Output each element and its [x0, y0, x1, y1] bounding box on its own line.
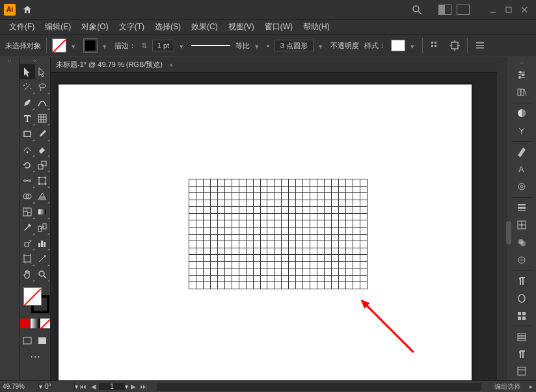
next-artboard-icon[interactable]: ▶ [128, 383, 139, 390]
shape-builder-tool[interactable] [20, 189, 35, 204]
pen-tool[interactable] [20, 95, 35, 111]
edit-toolbar-button[interactable]: ⋯ [20, 348, 50, 364]
rectangular-grid-tool[interactable] [35, 111, 51, 126]
character-panel-icon[interactable] [513, 290, 531, 306]
eraser-tool[interactable] [35, 142, 51, 157]
menu-select[interactable]: 选择(S) [150, 21, 186, 33]
paintbrush-tool[interactable] [35, 126, 51, 142]
align-icon[interactable] [428, 38, 442, 53]
properties-panel-icon[interactable] [513, 67, 531, 83]
magic-wand-tool[interactable] [20, 79, 35, 95]
libraries-panel-icon[interactable] [513, 85, 531, 101]
rotate-view-field[interactable]: 0° [42, 383, 75, 390]
artboard-number-field[interactable]: 1 [99, 383, 125, 390]
gradient-mode-button[interactable] [31, 319, 40, 328]
menu-object[interactable]: 对象(O) [76, 21, 113, 33]
vertical-scrollbar[interactable] [497, 57, 507, 380]
menu-edit[interactable]: 编辑(E) [40, 21, 76, 33]
symbol-sprayer-tool[interactable] [20, 235, 35, 251]
blend-tool[interactable] [35, 220, 51, 235]
workspace-switcher-a[interactable] [438, 5, 451, 15]
style-swatch[interactable] [391, 40, 405, 51]
slice-tool[interactable] [35, 251, 51, 267]
stroke-stepper-icon[interactable]: ⇅ [141, 42, 147, 50]
color-panel-icon[interactable] [513, 105, 531, 122]
symbols-panel-icon[interactable] [513, 179, 531, 195]
toolbox-handle-icon[interactable]: ‹‹ [20, 57, 50, 64]
mesh-tool[interactable] [20, 204, 35, 220]
chevron-down-icon[interactable]: ▾ [103, 42, 109, 49]
home-icon[interactable] [22, 5, 33, 15]
width-tool[interactable] [20, 173, 35, 189]
layers-panel-icon[interactable] [513, 328, 531, 345]
fill-indicator[interactable] [23, 287, 42, 306]
zoom-level-field[interactable]: 49.79% [0, 383, 39, 390]
right-scroll-thumb[interactable] [506, 221, 511, 244]
zoom-tool[interactable] [35, 267, 51, 282]
dock-handle-icon[interactable]: ‹‹ [0, 57, 19, 64]
rotate-tool[interactable] [20, 157, 35, 173]
paragraph-panel-icon[interactable] [513, 272, 531, 289]
hand-tool[interactable] [20, 267, 35, 282]
asset-export-panel-icon[interactable] [513, 346, 531, 362]
menu-help[interactable]: 帮助(H) [298, 21, 335, 33]
gradient-panel-icon[interactable] [513, 216, 531, 233]
menu-view[interactable]: 视图(V) [223, 21, 260, 33]
chevron-down-icon[interactable]: ▾ [255, 42, 261, 49]
fill-swatch[interactable] [52, 38, 66, 53]
menu-file[interactable]: 文件(F) [4, 21, 40, 33]
none-mode-button[interactable] [40, 319, 50, 328]
chevron-down-icon[interactable]: ▾ [319, 42, 325, 49]
shaper-tool[interactable] [20, 142, 35, 157]
rectangle-tool[interactable] [20, 126, 35, 142]
menu-window[interactable]: 窗口(W) [260, 21, 298, 33]
free-transform-tool[interactable] [35, 173, 51, 189]
menu-effect[interactable]: 效果(C) [186, 21, 223, 33]
profile-select[interactable] [275, 40, 314, 51]
chevron-down-icon[interactable]: ▾ [72, 42, 78, 49]
selection-tool[interactable] [20, 64, 35, 79]
stroke-panel-icon[interactable] [513, 200, 531, 216]
appearance-panel-icon[interactable] [513, 252, 531, 268]
close-icon[interactable]: × [169, 61, 173, 69]
curvature-tool[interactable] [35, 95, 51, 111]
color-mode-button[interactable] [20, 319, 30, 328]
perspective-grid-tool[interactable] [35, 189, 51, 204]
menu-type[interactable]: 文字(T) [114, 21, 150, 33]
direct-selection-tool[interactable] [35, 64, 51, 79]
first-artboard-icon[interactable]: ⏮ [78, 383, 88, 390]
document-tab[interactable]: 未标题-1* @ 49.79 % (RGB/预览) × [51, 57, 497, 73]
artboard-tool[interactable] [20, 251, 35, 267]
chevron-down-icon[interactable]: ▾ [410, 42, 417, 49]
scale-tool[interactable] [35, 157, 51, 173]
window-minimize-icon[interactable] [485, 3, 501, 16]
transform-icon[interactable] [448, 38, 462, 53]
fill-stroke-indicator[interactable] [20, 286, 50, 317]
panel-menu-icon[interactable] [473, 38, 487, 53]
gradient-tool[interactable] [35, 204, 51, 220]
transparency-panel-icon[interactable] [513, 234, 531, 250]
screen-mode-normal[interactable] [20, 333, 35, 348]
brushes-panel-icon[interactable]: A [513, 161, 531, 177]
dock-handle-icon[interactable]: ›› [520, 60, 524, 66]
last-artboard-icon[interactable]: ⏭ [139, 383, 149, 390]
stroke-weight-input[interactable] [152, 40, 174, 51]
swatches-panel-icon[interactable] [513, 144, 531, 160]
screen-mode-full[interactable] [35, 333, 51, 348]
artboards-panel-icon[interactable] [513, 363, 531, 380]
window-close-icon[interactable] [516, 3, 532, 16]
align-panel-icon[interactable] [513, 307, 531, 324]
horizontal-scrollbar[interactable] [157, 383, 481, 391]
canvas-viewport[interactable] [51, 73, 497, 380]
brush-stroke-sample[interactable] [191, 45, 230, 46]
lasso-tool[interactable] [35, 79, 51, 95]
stroke-swatch[interactable] [85, 40, 96, 51]
type-tool[interactable] [20, 111, 35, 126]
workspace-switcher-b[interactable] [457, 5, 470, 15]
prev-artboard-icon[interactable]: ◀ [88, 383, 99, 390]
eyedropper-tool[interactable] [20, 220, 35, 235]
column-graph-tool[interactable] [35, 235, 51, 251]
chevron-down-icon[interactable]: ▾ [180, 42, 186, 49]
window-maximize-icon[interactable] [501, 3, 516, 16]
color-guide-panel-icon[interactable] [513, 123, 531, 139]
